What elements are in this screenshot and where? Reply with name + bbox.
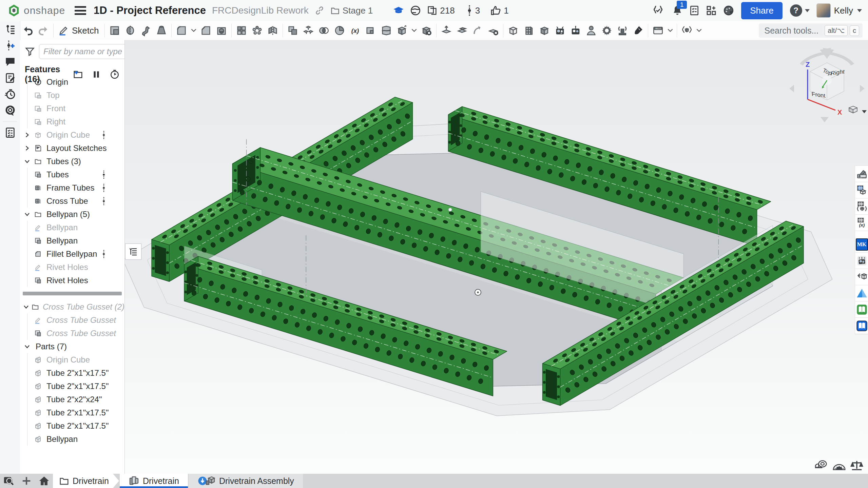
sketch-tool-label[interactable]: Sketch bbox=[72, 25, 99, 36]
tab-part-studio[interactable]: Drivetrain bbox=[120, 474, 188, 488]
tool-chamfer-icon[interactable] bbox=[198, 23, 214, 38]
drivetrain-3d-model[interactable] bbox=[125, 40, 868, 474]
apps-grid-icon[interactable] bbox=[706, 5, 717, 16]
tool-nametag-icon[interactable]: HELLO bbox=[650, 23, 666, 38]
like-icon[interactable] bbox=[490, 5, 501, 16]
feature-row[interactable]: Bellypan bbox=[20, 432, 124, 446]
document-title[interactable]: 1D - Project Reference bbox=[94, 4, 206, 17]
learning-cap-icon[interactable] bbox=[393, 5, 404, 16]
tool-cube-striped-icon[interactable] bbox=[521, 23, 537, 38]
panel-config-braces-icon[interactable] bbox=[855, 198, 868, 215]
rail-community-icon[interactable] bbox=[0, 102, 20, 119]
panel-config-table-icon[interactable] bbox=[855, 182, 868, 198]
app-book-blue-icon[interactable] bbox=[855, 318, 868, 334]
tool-sm-flange-icon[interactable] bbox=[439, 23, 454, 38]
rollback-bar[interactable] bbox=[20, 287, 124, 300]
toolbar-caret-icon[interactable] bbox=[410, 23, 419, 38]
feature-row[interactable]: Top bbox=[20, 89, 124, 102]
help-button[interactable]: ? bbox=[790, 4, 802, 17]
notifications-bell-icon[interactable]: 1 bbox=[672, 5, 683, 16]
app-book-green-icon[interactable] bbox=[855, 301, 868, 318]
share-button[interactable]: Share bbox=[741, 2, 782, 19]
rail-notes-icon[interactable] bbox=[0, 70, 20, 86]
feature-row[interactable]: Tube 2"x1"x17.5" bbox=[20, 379, 124, 393]
tape-measure-icon[interactable] bbox=[813, 458, 830, 472]
tab-search-icon[interactable] bbox=[0, 474, 18, 488]
mass-properties-icon[interactable] bbox=[848, 458, 866, 472]
feature-row[interactable]: Origin Cube bbox=[20, 353, 124, 366]
tool-loft-icon[interactable] bbox=[154, 23, 169, 38]
tool-cube-plain-icon[interactable] bbox=[505, 23, 521, 38]
tool-robot-a-icon[interactable] bbox=[552, 23, 568, 38]
rail-cut-list-icon[interactable] bbox=[0, 124, 20, 141]
tool-cube-diamond-icon[interactable] bbox=[537, 23, 552, 38]
tool-sm-bend-icon[interactable] bbox=[470, 23, 485, 38]
configured-dots-icon[interactable] bbox=[102, 197, 105, 206]
feature-row[interactable]: Rivet Holes bbox=[20, 274, 124, 287]
feature-row[interactable]: Tube 2"x1"x17.5" bbox=[20, 366, 124, 379]
tool-sweep-icon[interactable] bbox=[138, 23, 154, 38]
app-robot-lib-icon[interactable] bbox=[855, 253, 868, 269]
feature-row[interactable]: Cross Tube Gusset bbox=[20, 327, 124, 340]
tool-undo-icon[interactable] bbox=[20, 23, 36, 38]
app-mkcad-icon[interactable]: MK bbox=[855, 236, 868, 253]
tool-circular-pattern-icon[interactable] bbox=[249, 23, 265, 38]
tool-fillet-icon[interactable] bbox=[174, 23, 189, 38]
chevron-right-icon[interactable] bbox=[22, 132, 32, 138]
rail-create-version-icon[interactable] bbox=[0, 37, 20, 54]
breadcrumb-folder-tab[interactable]: Drivetrain bbox=[53, 474, 119, 488]
configured-dots-icon[interactable] bbox=[102, 183, 105, 192]
feature-row[interactable]: Frame Tubes bbox=[20, 181, 124, 194]
new-tab-button[interactable] bbox=[18, 474, 35, 488]
tool-split-icon[interactable] bbox=[379, 23, 394, 38]
filter-funnel-icon[interactable] bbox=[25, 46, 35, 57]
rail-comments-icon[interactable] bbox=[0, 54, 20, 70]
configured-dots-icon[interactable] bbox=[102, 250, 105, 258]
tool-delete-icon[interactable] bbox=[419, 23, 434, 38]
toolbar-caret-icon[interactable] bbox=[189, 23, 198, 38]
chevron-down-icon[interactable] bbox=[22, 159, 32, 164]
chevron-right-icon[interactable] bbox=[22, 145, 32, 151]
tool-variable-icon[interactable]: (x) bbox=[347, 23, 363, 38]
feature-panel-flyout-button[interactable] bbox=[125, 243, 141, 260]
featurescript-notices-icon[interactable] bbox=[652, 5, 664, 16]
feature-row[interactable]: Right bbox=[20, 115, 124, 128]
tool-robot-b-icon[interactable] bbox=[568, 23, 583, 38]
feature-row[interactable]: Fillet Bellypan bbox=[20, 247, 124, 260]
feature-row[interactable]: Origin bbox=[20, 75, 124, 89]
public-globe-icon[interactable] bbox=[410, 5, 421, 16]
tool-sm-remove-icon[interactable] bbox=[485, 23, 501, 38]
search-tools-field[interactable]: Search tools...alt/⌥c bbox=[759, 23, 863, 38]
configured-dots-icon[interactable] bbox=[102, 170, 105, 179]
feature-row[interactable]: Origin Cube bbox=[20, 128, 124, 141]
tool-plane-icon[interactable] bbox=[363, 23, 379, 38]
tool-marker-icon[interactable] bbox=[630, 23, 646, 38]
workspace-name[interactable]: FRCDesignLib Rework bbox=[212, 5, 309, 16]
feature-row[interactable]: Tubes (3) bbox=[20, 155, 124, 168]
app-triangle-app-icon[interactable] bbox=[855, 285, 868, 301]
feature-row[interactable]: Rivet Holes bbox=[20, 260, 124, 274]
tool-boolean-icon[interactable] bbox=[285, 23, 301, 38]
folder-location[interactable]: Stage 1 bbox=[343, 5, 373, 16]
user-menu-caret-icon[interactable] bbox=[857, 9, 862, 12]
feature-row[interactable]: Parts (7) bbox=[20, 340, 124, 353]
theme-palette-icon[interactable] bbox=[723, 5, 734, 16]
feature-row[interactable]: Layout Sketches bbox=[20, 141, 124, 155]
filter-input[interactable]: Filter by name or type bbox=[39, 44, 127, 59]
feature-row[interactable]: Front bbox=[20, 102, 124, 115]
tool-revolve-icon[interactable] bbox=[122, 23, 138, 38]
feature-row[interactable]: Bellypan bbox=[20, 221, 124, 234]
tool-person-icon[interactable] bbox=[583, 23, 599, 38]
tool-sketch-icon[interactable] bbox=[56, 23, 71, 38]
graphics-viewport[interactable]: TopFrontRightZX bbox=[125, 40, 868, 474]
copies-icon[interactable] bbox=[427, 5, 437, 16]
feature-row[interactable]: Tube 2"x2"x24" bbox=[20, 393, 124, 406]
tool-mirror-icon[interactable] bbox=[265, 23, 281, 38]
rail-feature-list-icon[interactable] bbox=[0, 21, 20, 37]
panel-config-variable-icon[interactable]: (x) bbox=[855, 215, 868, 231]
feature-row[interactable]: Cross Tube bbox=[20, 194, 124, 208]
onshape-logo-icon[interactable] bbox=[7, 4, 20, 17]
tool-sm-tab-icon[interactable] bbox=[454, 23, 470, 38]
chevron-down-icon[interactable] bbox=[22, 304, 31, 310]
tool-sketch-cube-icon[interactable] bbox=[679, 23, 695, 38]
